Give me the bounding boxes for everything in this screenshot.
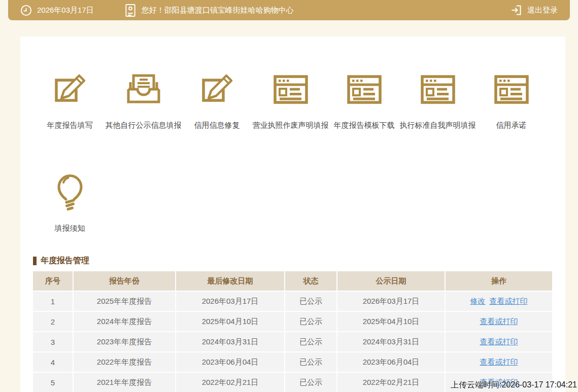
edit-square-icon — [52, 71, 88, 104]
section-header: 年度报告管理 — [33, 256, 565, 266]
last-modified-date: 2023年06月04日 — [176, 352, 285, 373]
feature-grid: 年度报告填写 其他自行公示信息填报 信用信息修复 — [33, 71, 565, 130]
section-marker — [33, 257, 37, 265]
table-row: 12025年年度报告2026年03月17日已公示2026年03月17日修改查看或… — [33, 292, 552, 312]
publish-date: 2024年03月31日 — [337, 332, 446, 352]
report-year: 2025年年度报告 — [74, 292, 176, 312]
report-year: 2023年年度报告 — [74, 332, 176, 352]
notice-row: 填报须知 — [33, 173, 565, 233]
feature-label: 年度报告模板下载 — [334, 121, 395, 130]
logout-button[interactable]: 退出登录 — [510, 4, 558, 16]
view-or-print-link[interactable]: 查看或打印 — [490, 297, 528, 305]
column-header: 报告年份 — [74, 271, 176, 292]
row-index: 4 — [33, 352, 74, 373]
publish-date: 2022年02月21日 — [337, 373, 446, 392]
status-badge: 已公示 — [285, 352, 337, 373]
feature-item[interactable]: 信用信息修复 — [180, 71, 254, 130]
feature-item[interactable]: 年度报告模板下载 — [327, 71, 401, 130]
logout-label: 退出登录 — [527, 6, 558, 15]
report-year: 2021年年度报告 — [74, 373, 176, 392]
feature-item[interactable]: 其他自行公示信息填报 — [107, 71, 180, 130]
inbox-document-icon — [124, 71, 163, 104]
view-or-print-link[interactable]: 查看或打印 — [480, 358, 518, 366]
feature-item[interactable]: 信用承诺 — [474, 71, 548, 130]
column-header: 状态 — [285, 271, 337, 292]
feature-label: 执行标准自我声明填报 — [400, 121, 476, 130]
browser-window-icon — [420, 71, 456, 104]
column-header: 操作 — [446, 271, 552, 292]
browser-window-icon — [273, 71, 309, 104]
table-row: 32023年年度报告2024年03月31日已公示2024年03月31日查看或打印 — [33, 332, 552, 352]
status-badge: 已公示 — [285, 332, 337, 352]
actions-cell: 查看或打印 — [446, 312, 552, 332]
row-index: 5 — [33, 373, 74, 392]
feature-item[interactable]: 年度报告填写 — [33, 71, 107, 130]
browser-window-icon — [346, 71, 383, 104]
row-index: 2 — [33, 312, 74, 332]
row-index: 1 — [33, 292, 74, 312]
feature-label: 营业执照作废声明填报 — [253, 121, 329, 130]
table-header-row: 序号报告年份最后修改日期状态公示日期操作 — [33, 271, 552, 292]
row-index: 3 — [33, 332, 74, 352]
view-or-print-link[interactable]: 查看或打印 — [480, 337, 518, 346]
feature-item[interactable]: 填报须知 — [33, 173, 107, 233]
report-year: 2024年年度报告 — [74, 312, 176, 332]
topbar-date-group: 2026年03月17日 — [20, 5, 94, 16]
topbar-date: 2026年03月17日 — [37, 6, 94, 15]
topbar-user-group: 您好！邵阳县塘渡口镇宝峰街娃哈哈购物中心 — [124, 4, 294, 17]
feature-label: 信用信息修复 — [194, 121, 240, 130]
annual-report-table: 序号报告年份最后修改日期状态公示日期操作 12025年年度报告2026年03月1… — [33, 271, 552, 392]
last-modified-date: 2026年03月17日 — [176, 292, 285, 312]
status-badge: 已公示 — [285, 292, 337, 312]
feature-label: 年度报告填写 — [47, 121, 93, 130]
section-title: 年度报告管理 — [41, 256, 89, 266]
publish-date: 2023年06月04日 — [337, 352, 446, 373]
logout-icon — [510, 4, 522, 16]
view-or-print-link[interactable]: 查看或打印 — [480, 317, 518, 326]
publish-date: 2025年04月10日 — [337, 312, 446, 332]
lightbulb-icon — [54, 173, 86, 215]
column-header: 序号 — [33, 271, 74, 292]
feature-item[interactable]: 营业执照作废声明填报 — [254, 71, 327, 130]
last-modified-date: 2024年03月31日 — [176, 332, 285, 352]
table-row: 22024年年度报告2025年04月10日已公示2025年04月10日查看或打印 — [33, 312, 552, 332]
actions-cell: 修改查看或打印 — [446, 292, 552, 312]
column-header: 公示日期 — [337, 271, 446, 292]
topbar-greeting: 您好！邵阳县塘渡口镇宝峰街娃哈哈购物中心 — [142, 6, 294, 15]
status-badge: 已公示 — [285, 373, 337, 392]
last-modified-date: 2025年04月10日 — [176, 312, 285, 332]
report-year: 2022年年度报告 — [74, 352, 176, 373]
browser-window-icon — [493, 71, 530, 104]
feature-label: 其他自行公示信息填报 — [106, 121, 182, 130]
actions-cell: 查看或打印 — [446, 352, 552, 373]
feature-label: 填报须知 — [55, 224, 85, 233]
feature-item[interactable]: 执行标准自我声明填报 — [401, 71, 474, 130]
last-modified-date: 2022年02月21日 — [176, 373, 285, 392]
main-panel: 年度报告填写 其他自行公示信息填报 信用信息修复 — [20, 37, 565, 392]
topbar: 2026年03月17日 您好！邵阳县塘渡口镇宝峰街娃哈哈购物中心 退出登录 — [8, 0, 570, 20]
status-badge: 已公示 — [285, 312, 337, 332]
clock-icon — [20, 5, 32, 16]
edit-square-icon — [199, 71, 235, 104]
id-badge-icon — [124, 4, 137, 17]
actions-cell: 查看或打印 — [446, 332, 552, 352]
publish-date: 2026年03月17日 — [337, 292, 446, 312]
upload-time-watermark: 上传云端时间:2026-03-17 17:04:21 — [451, 380, 577, 390]
modify-link[interactable]: 修改 — [470, 297, 486, 305]
feature-label: 信用承诺 — [496, 121, 527, 130]
column-header: 最后修改日期 — [176, 271, 285, 292]
table-row: 42022年年度报告2023年06月04日已公示2023年06月04日查看或打印 — [33, 352, 552, 373]
